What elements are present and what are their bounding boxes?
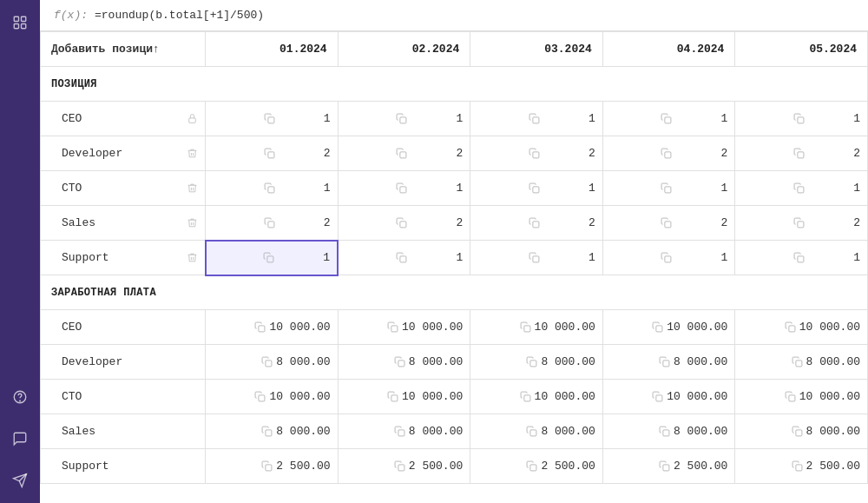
copy-icon[interactable] <box>396 252 407 263</box>
copy-icon[interactable] <box>396 148 407 159</box>
data-cell[interactable]: 2 <box>735 136 868 171</box>
copy-icon[interactable] <box>529 148 540 159</box>
data-cell[interactable]: 8 000.00 <box>735 414 868 449</box>
data-cell[interactable]: 10 000.00 <box>602 310 735 345</box>
trash-icon[interactable] <box>187 252 198 263</box>
data-cell[interactable]: 1 <box>735 102 868 136</box>
copy-icon[interactable] <box>792 460 803 472</box>
data-cell[interactable]: 2 <box>602 136 735 171</box>
trash-icon[interactable] <box>187 182 198 194</box>
data-cell[interactable]: 8 000.00 <box>602 414 735 449</box>
copy-icon[interactable] <box>394 356 405 367</box>
table-container[interactable]: Добавить позици↑ 01.2024 02.2024 03.2024… <box>40 31 868 503</box>
copy-icon[interactable] <box>793 148 805 159</box>
trash-icon[interactable] <box>187 148 198 159</box>
copy-icon[interactable] <box>661 252 672 263</box>
copy-icon[interactable] <box>264 148 275 159</box>
data-cell[interactable]: 10 000.00 <box>470 310 603 345</box>
grid-icon[interactable] <box>8 10 32 35</box>
data-cell[interactable]: 2 <box>206 206 339 241</box>
data-cell[interactable]: 10 000.00 <box>470 380 603 414</box>
data-cell[interactable]: 1 <box>602 241 735 275</box>
copy-icon[interactable] <box>264 113 275 124</box>
data-cell[interactable]: 10 000.00 <box>602 380 735 414</box>
copy-icon[interactable] <box>661 182 672 194</box>
copy-icon[interactable] <box>792 426 803 437</box>
lock-icon[interactable] <box>187 113 198 124</box>
copy-icon[interactable] <box>396 113 407 124</box>
data-cell[interactable]: 8 000.00 <box>338 345 470 380</box>
copy-icon[interactable] <box>396 182 407 194</box>
data-cell[interactable]: 8 000.00 <box>206 414 339 449</box>
copy-icon[interactable] <box>652 391 663 402</box>
copy-icon[interactable] <box>387 321 398 333</box>
data-cell[interactable]: 2 500.00 <box>338 449 470 484</box>
data-cell[interactable]: 2 500.00 <box>735 449 868 484</box>
data-cell[interactable]: 2 <box>735 206 868 241</box>
data-cell[interactable]: 8 000.00 <box>735 345 868 380</box>
copy-icon[interactable] <box>529 252 540 263</box>
data-cell[interactable]: 1 <box>338 171 470 206</box>
copy-icon[interactable] <box>785 391 796 402</box>
copy-icon[interactable] <box>659 356 670 367</box>
copy-icon[interactable] <box>793 113 805 124</box>
copy-icon[interactable] <box>661 217 672 228</box>
data-cell[interactable]: 10 000.00 <box>735 310 868 345</box>
copy-icon[interactable] <box>520 391 531 402</box>
data-cell[interactable]: 10 000.00 <box>206 380 339 414</box>
copy-icon[interactable] <box>264 217 275 228</box>
data-cell[interactable]: 2 500.00 <box>206 449 339 484</box>
data-cell[interactable]: 10 000.00 <box>338 310 470 345</box>
copy-icon[interactable] <box>526 460 537 472</box>
data-cell[interactable]: 1 <box>470 241 603 275</box>
copy-icon[interactable] <box>520 321 531 333</box>
copy-icon[interactable] <box>526 356 537 367</box>
data-cell[interactable]: 1 <box>602 171 735 206</box>
data-cell[interactable]: 1 <box>206 171 339 206</box>
copy-icon[interactable] <box>529 182 540 194</box>
copy-icon[interactable] <box>792 356 803 367</box>
copy-icon[interactable] <box>659 426 670 437</box>
data-cell[interactable]: 10 000.00 <box>338 380 470 414</box>
data-cell[interactable]: 1 <box>470 171 603 206</box>
copy-icon[interactable] <box>264 182 275 194</box>
data-cell[interactable]: 1 <box>602 102 735 136</box>
data-cell[interactable]: 8 000.00 <box>206 345 339 380</box>
data-cell[interactable]: 2 <box>338 206 470 241</box>
copy-icon[interactable] <box>652 321 663 333</box>
data-cell[interactable]: 2 500.00 <box>602 449 735 484</box>
data-cell[interactable]: 1 <box>206 102 339 136</box>
send-icon[interactable] <box>8 468 32 493</box>
copy-icon[interactable] <box>785 321 796 333</box>
data-cell[interactable]: 1 <box>338 241 470 275</box>
data-cell[interactable]: 2 <box>338 136 470 171</box>
copy-icon[interactable] <box>254 321 266 333</box>
copy-icon[interactable] <box>661 148 672 159</box>
data-cell[interactable]: 1 <box>206 241 339 275</box>
data-cell[interactable]: 8 000.00 <box>338 414 470 449</box>
copy-icon[interactable] <box>263 252 274 263</box>
copy-icon[interactable] <box>261 426 273 437</box>
copy-icon[interactable] <box>387 391 398 402</box>
copy-icon[interactable] <box>793 217 805 228</box>
data-cell[interactable]: 1 <box>470 102 603 136</box>
data-cell[interactable]: 1 <box>735 241 868 275</box>
data-cell[interactable]: 2 500.00 <box>470 449 603 484</box>
copy-icon[interactable] <box>396 217 407 228</box>
copy-icon[interactable] <box>394 426 405 437</box>
copy-icon[interactable] <box>793 252 805 263</box>
question-icon[interactable] <box>8 385 32 409</box>
copy-icon[interactable] <box>529 217 540 228</box>
chat-icon[interactable] <box>8 427 32 451</box>
copy-icon[interactable] <box>261 460 273 472</box>
data-cell[interactable]: 10 000.00 <box>735 380 868 414</box>
copy-icon[interactable] <box>659 460 670 472</box>
data-cell[interactable]: 8 000.00 <box>602 345 735 380</box>
copy-icon[interactable] <box>394 460 405 472</box>
data-cell[interactable]: 8 000.00 <box>470 345 603 380</box>
copy-icon[interactable] <box>661 113 672 124</box>
data-cell[interactable]: 2 <box>470 206 603 241</box>
data-cell[interactable]: 1 <box>338 102 470 136</box>
copy-icon[interactable] <box>793 182 805 194</box>
add-position-header[interactable]: Добавить позици↑ <box>41 32 206 67</box>
